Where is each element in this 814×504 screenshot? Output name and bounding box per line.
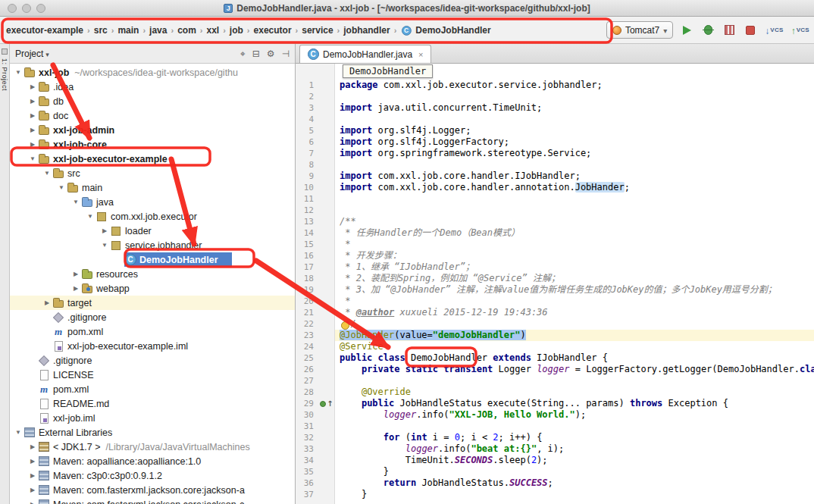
tree-item-license[interactable]: LICENSE	[10, 368, 295, 382]
breadcrumb-item-com[interactable]: com	[174, 23, 199, 37]
chevron-collapsed-icon[interactable]: ▶	[27, 141, 38, 148]
tree-item-resources[interactable]: ▶resources	[10, 267, 295, 281]
chevron-collapsed-icon[interactable]: ▶	[42, 299, 52, 306]
tree-item-xxl-job[interactable]: ▼xxl-job~/workspaces/idea-git-workspace/…	[10, 65, 295, 80]
code-line-32[interactable]: 32 for (int i = 0; i < 2; i++) {	[296, 432, 814, 443]
code-line-4[interactable]: 4	[296, 114, 814, 125]
tree-item-loader[interactable]: ▶loader	[10, 224, 295, 238]
code-line-2[interactable]: 2	[296, 91, 814, 102]
chevron-expanded-icon[interactable]: ▼	[70, 199, 81, 205]
locate-icon[interactable]: ⌖	[240, 49, 246, 59]
tree-item-readme-md[interactable]: README.md	[10, 396, 295, 411]
code-line-24[interactable]: 24@Service	[296, 341, 814, 352]
tree-item-demojobhandler[interactable]: DemoJobHandler	[10, 252, 295, 267]
tree-item-webapp[interactable]: ▶webapp	[10, 281, 295, 296]
tree-item-idea[interactable]: ▶.idea	[10, 80, 295, 94]
code-line-9[interactable]: 9import com.xxl.job.core.handler.IJobHan…	[296, 171, 814, 182]
chevron-expanded-icon[interactable]: ▼	[27, 155, 38, 162]
breadcrumb-item-demojobhandler[interactable]: DemoJobHandler	[397, 23, 493, 38]
code-line-17[interactable]: 17 * 1、继承 “IJobHandler”；	[296, 261, 814, 273]
chevron-expanded-icon[interactable]: ▼	[56, 184, 67, 191]
tree-item-xxl-job-core[interactable]: ▶xxl-job-core	[10, 137, 295, 152]
intention-bulb-icon[interactable]	[341, 321, 349, 330]
code-line-3[interactable]: 3import java.util.concurrent.TimeUnit;	[296, 102, 814, 114]
tree-item-main[interactable]: ▼main	[10, 180, 295, 195]
chevron-collapsed-icon[interactable]: ▶	[70, 285, 81, 292]
code-line-33[interactable]: 33 logger.info("beat at:{}", i);	[296, 443, 814, 455]
chevron-collapsed-icon[interactable]: ▶	[70, 271, 81, 277]
breadcrumb-item-executor-example[interactable]: executor-example	[3, 23, 86, 37]
stop-button[interactable]	[744, 23, 757, 38]
code-line-36[interactable]: 36 return JobHandleStatus.SUCCESS;	[296, 477, 814, 489]
code-line-20[interactable]: 20 *	[296, 296, 814, 307]
tree-item-db[interactable]: ▶db	[10, 94, 295, 108]
breadcrumb-item-xxl[interactable]: xxl	[204, 23, 223, 37]
chevron-collapsed-icon[interactable]: ▶	[99, 227, 110, 234]
code-line-15[interactable]: 15 *	[296, 239, 814, 250]
chevron-collapsed-icon[interactable]: ▶	[27, 112, 38, 119]
code-line-23[interactable]: 23@JobHander(value="demoJobHandler")	[296, 330, 814, 341]
tool-window-stripe[interactable]: 1: Project	[0, 44, 10, 504]
code-line-18[interactable]: 18 * 2、装配到Spring，例如加 “@Service” 注解；	[296, 273, 814, 284]
tree-item-com-xxl-job-executor[interactable]: ▼com.xxl.job.executor	[10, 209, 295, 224]
code-line-25[interactable]: 25public class DemoJobHandler extends IJ…	[296, 352, 814, 364]
tree-item-doc[interactable]: ▶doc	[10, 108, 295, 123]
chevron-expanded-icon[interactable]: ▼	[13, 69, 23, 76]
breadcrumb-item-src[interactable]: src	[91, 23, 111, 37]
breadcrumb-item-main[interactable]: main	[114, 23, 142, 37]
breadcrumb-item-executor[interactable]: executor	[251, 23, 295, 37]
code-line-19[interactable]: 19 * 3、加 “@JobHander” 注解，注解value值为新增任务生成…	[296, 284, 814, 296]
hide-icon[interactable]: ⊣	[282, 49, 290, 59]
code-line-16[interactable]: 16 * 开发步骤：	[296, 250, 814, 261]
breadcrumb-item-service[interactable]: service	[299, 23, 336, 37]
minimize-window-button[interactable]	[22, 4, 31, 13]
chevron-collapsed-icon[interactable]: ▶	[27, 98, 38, 105]
settings-icon[interactable]: ⚙	[267, 49, 275, 59]
chevron-collapsed-icon[interactable]: ▶	[27, 458, 38, 465]
tree-item-xxl-job-executor-example-iml[interactable]: xxl-job-executor-example.iml	[10, 339, 295, 353]
vcs-update-button[interactable]: VCS	[765, 23, 783, 38]
override-gutter-icon[interactable]: ↑	[327, 400, 333, 408]
tree-item-xxl-job-iml[interactable]: xxl-job.iml	[10, 411, 295, 425]
chevron-expanded-icon[interactable]: ▼	[42, 170, 52, 177]
tab-demojobhandler-java[interactable]: DemoJobHandler.java	[299, 45, 431, 63]
chevron-collapsed-icon[interactable]: ▶	[27, 472, 38, 479]
tree-item-pom-xml[interactable]: pom.xml	[10, 382, 295, 396]
chevron-collapsed-icon[interactable]: ▶	[27, 501, 38, 504]
zoom-window-button[interactable]	[36, 4, 45, 13]
code-line-5[interactable]: 5import org.slf4j.Logger;	[296, 125, 814, 136]
code-line-11[interactable]: 11	[296, 193, 814, 205]
tree-item-maven-com-fasterxml-jackson-core-jackson-a[interactable]: ▶Maven: com.fasterxml.jackson.core:jacks…	[10, 483, 295, 497]
editor-body[interactable]: DemoJobHandler 1package com.xxl.job.exec…	[296, 64, 814, 504]
tree-item-jdk1-7[interactable]: ▶< JDK1.7 >/Library/Java/JavaVirtualMach…	[10, 440, 295, 454]
code-line-13[interactable]: 13/**	[296, 216, 814, 227]
tree-item-pom-xml[interactable]: pom.xml	[10, 324, 295, 339]
tree-item-service-jobhandler[interactable]: ▼service.jobhandler	[10, 238, 295, 252]
code-line-12[interactable]: 12	[296, 205, 814, 216]
chevron-collapsed-icon[interactable]: ▶	[27, 443, 38, 450]
code-line-35[interactable]: 35 }	[296, 466, 814, 477]
code-line-21[interactable]: 21 * @author xuxueli 2015-12-19 19:43:36	[296, 307, 814, 318]
code-line-8[interactable]: 8	[296, 159, 814, 171]
code-line-30[interactable]: 30 logger.info("XXL-JOB, Hello World.");	[296, 409, 814, 421]
run-gutter-icon[interactable]	[320, 401, 326, 407]
chevron-collapsed-icon[interactable]: ▶	[27, 127, 38, 133]
tree-item-xxl-job-admin[interactable]: ▶xxl-job-admin	[10, 123, 295, 137]
code-line-31[interactable]: 31	[296, 421, 814, 432]
coverage-button[interactable]	[722, 23, 736, 38]
chevron-collapsed-icon[interactable]: ▶	[27, 83, 38, 90]
collapse-all-icon[interactable]: ⊟	[252, 49, 260, 59]
run-configuration-select[interactable]: Tomcat7	[606, 21, 673, 39]
tree-item-xxl-job-executor-example[interactable]: ▼xxl-job-executor-example	[10, 152, 295, 166]
tree-item-gitignore[interactable]: .gitignore	[10, 310, 295, 324]
tree-item-external-libraries[interactable]: ▼External Libraries	[10, 425, 295, 440]
code-line-14[interactable]: 14 * 任务Handler的一个Demo（Bean模式）	[296, 227, 814, 239]
debug-button[interactable]	[701, 23, 715, 38]
breadcrumb-item-job[interactable]: job	[227, 23, 246, 37]
tree-item-target[interactable]: ▶target	[10, 296, 295, 310]
code-line-28[interactable]: 28 @Override	[296, 387, 814, 398]
tree-item-src[interactable]: ▼src	[10, 166, 295, 180]
breadcrumb-item-java[interactable]: java	[146, 23, 170, 37]
tree-item-maven-c3p0-c3p0-0-9-1-2[interactable]: ▶Maven: c3p0:c3p0:0.9.1.2	[10, 468, 295, 483]
chevron-down-icon[interactable]	[45, 49, 49, 59]
